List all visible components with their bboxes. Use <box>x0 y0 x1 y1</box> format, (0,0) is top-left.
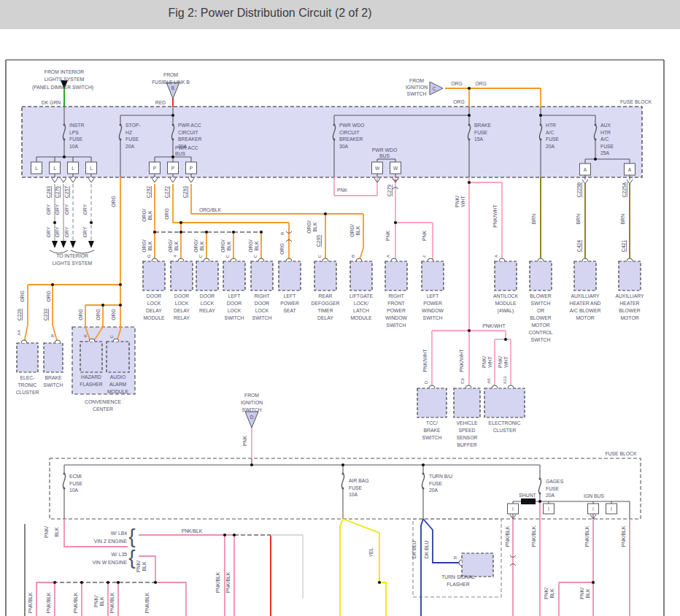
module-label: LOCK <box>255 308 269 313</box>
wire-label: BLK <box>226 241 231 250</box>
module-label: AUXILLIARY <box>571 293 600 299</box>
wire-label: A13 <box>503 376 507 384</box>
fuse-terminal <box>539 478 541 480</box>
fuse-terminal <box>422 488 425 490</box>
junction-dot <box>80 581 83 584</box>
junction-dot <box>232 231 235 234</box>
diagram-text: SHUNT <box>519 493 536 498</box>
fuse-label: PWR WDO <box>339 123 364 128</box>
pin-entry-arc <box>492 385 498 388</box>
wire-label: A <box>494 255 498 258</box>
wire-label: PNK/ <box>44 526 49 538</box>
fuse-label: FUSE <box>125 136 139 142</box>
diagram-text: BUS <box>175 151 185 156</box>
connector-id: C292 <box>146 186 151 198</box>
fuse-terminal <box>595 124 597 126</box>
wire-org <box>117 177 120 342</box>
pin-entry-arc <box>21 340 27 343</box>
wire-label: GRY <box>55 204 60 215</box>
module-box <box>484 388 525 417</box>
fuse-terminal <box>468 139 471 141</box>
cavity-letter: I <box>548 507 549 512</box>
pin-entry-arc <box>538 258 544 261</box>
exit-chevron-icon <box>88 178 94 182</box>
module-label: ELECTRONIC <box>489 420 521 426</box>
fuse-label: ECMI <box>69 474 82 479</box>
wire-label: PNK/BLK <box>109 592 115 613</box>
module-label: CLUSTER <box>493 428 517 433</box>
wire-label: PNK/BLK <box>28 592 33 613</box>
cavity-letter: I <box>592 507 594 512</box>
module-label: MOTOR <box>531 323 549 328</box>
wire-label: GRY <box>55 226 60 237</box>
fuse-label: BREAKER <box>339 136 363 142</box>
module-label: HEATER <box>619 301 639 306</box>
fuse-label: FUSE <box>600 144 614 149</box>
diagram-text: FLASHER <box>447 582 469 587</box>
wire-label: BRN <box>531 214 536 224</box>
wire-label: BLK <box>54 527 59 536</box>
cavity-letter: L <box>72 166 74 171</box>
connector-id: C272 <box>164 186 169 198</box>
exit-chevron-icon <box>52 178 58 182</box>
module-label: RELAY <box>174 315 190 320</box>
pin-entry-arc <box>391 258 397 261</box>
wire-label: BLK <box>549 588 555 598</box>
wire-label: GRY <box>46 226 51 237</box>
connector-id: C421 <box>621 240 626 252</box>
module-label: LEFT <box>284 293 296 299</box>
fuse-terminal <box>333 139 336 141</box>
junction-dot <box>90 221 93 224</box>
module-label: TCC/ <box>426 420 438 426</box>
connector-id: C233 <box>43 309 48 320</box>
fuse-label: AUX <box>600 123 611 128</box>
junction-dot <box>233 534 236 536</box>
module-box <box>422 261 444 290</box>
fuse-label: AIR BAG <box>349 478 369 483</box>
module-label: FLASHER <box>80 382 102 387</box>
fuse-label: FUSE <box>474 130 488 135</box>
fuse-terminal <box>63 139 66 141</box>
junction-dot <box>378 581 381 584</box>
flow-arrow-icon <box>52 241 58 248</box>
wire-label: B <box>50 334 55 337</box>
wire-label: A4 <box>17 330 21 336</box>
fuse-terminal <box>63 488 66 490</box>
cavity-letter: A <box>584 167 587 172</box>
fuse-symbol <box>538 479 541 493</box>
wire-label: BRN <box>620 214 625 224</box>
module-label: POWER <box>280 301 299 306</box>
diagram-text: FUSE BLOCK <box>620 99 652 104</box>
diagram-text: LIGHTS SYSTEM <box>53 261 93 266</box>
module-label: MODULE <box>143 315 165 320</box>
cavity-letter: W <box>375 166 380 171</box>
diagram-text: LIGHTS SYSTEM <box>45 77 85 82</box>
wire-label: PNK/BLK <box>73 592 78 613</box>
pin-entry-arc <box>582 258 588 261</box>
wire-label: B <box>351 255 355 258</box>
wire-label: GRY <box>64 226 69 237</box>
diagram-text: RED <box>155 100 166 105</box>
module-box <box>350 261 372 290</box>
wire-label: ORG/ <box>248 239 253 252</box>
module-label: SWITCH <box>387 323 406 328</box>
wire-label: ORG/ <box>193 239 198 252</box>
wire-label: GRY <box>82 226 88 237</box>
fuse-terminal <box>333 124 336 126</box>
wire-label: PNK/BLK <box>46 592 51 613</box>
diagram-text: CENTER <box>93 407 113 412</box>
diagram-text: IGNITION <box>406 85 428 90</box>
module-box <box>80 342 102 372</box>
wire-label: ORG <box>46 290 51 301</box>
pin-entry-arc <box>508 385 514 388</box>
diagram-text: ORG <box>453 99 464 104</box>
fuse-terminal <box>63 473 66 475</box>
wire-label: GRY <box>64 204 69 215</box>
module-label: MODULE <box>495 301 517 306</box>
fuse-label: 30A <box>339 144 349 149</box>
module-label: DELAY <box>317 315 333 320</box>
wire-yel <box>379 582 386 616</box>
fuse-label: TURN B/U <box>429 474 452 479</box>
fuse-label: INSTR <box>69 123 84 128</box>
fuse-label: STOP- <box>125 123 141 128</box>
